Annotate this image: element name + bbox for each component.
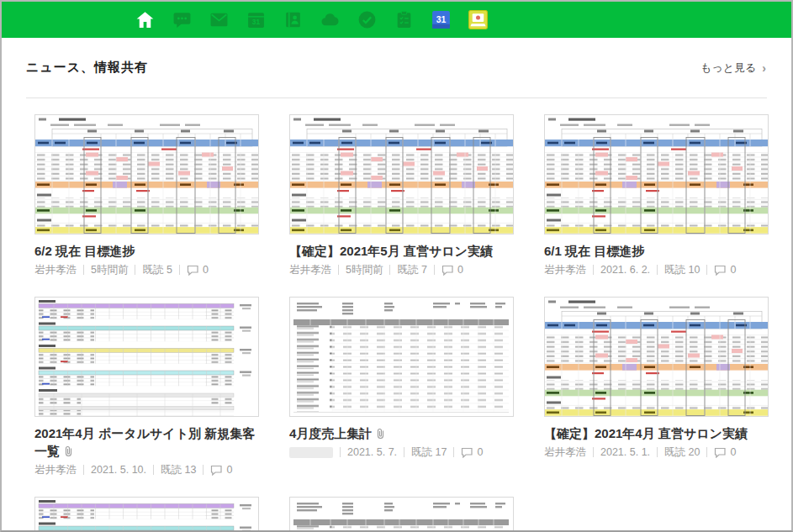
post-author: 岩井孝浩: [289, 263, 331, 277]
news-post-card[interactable]: 【確定】2021年5月 直営サロン実績 岩井孝浩 5時間前 既読 7 0: [289, 114, 514, 277]
nav-cloud[interactable]: [320, 9, 341, 30]
meta-separator: [706, 265, 707, 275]
post-thumbnail: [34, 497, 259, 532]
meta-separator: [179, 265, 180, 275]
mail-icon: [209, 9, 230, 30]
post-title[interactable]: 【確定】2021年4月 直営サロン実績: [544, 424, 769, 442]
post-title[interactable]: 4月度売上集計: [289, 424, 514, 442]
post-date: 2021. 6. 2.: [600, 264, 650, 276]
chat-icon: [172, 9, 193, 30]
google-calendar-icon: 31: [431, 9, 452, 30]
comment-count: 0: [457, 264, 463, 276]
post-title[interactable]: 【確定】2021年5月 直営サロン実績: [289, 242, 514, 260]
comment-icon: [714, 265, 727, 276]
post-author: 岩井孝浩: [34, 263, 77, 277]
comment-count: 0: [477, 446, 483, 458]
app-window: 31: [0, 0, 793, 532]
chevron-right-icon: ›: [762, 61, 766, 75]
post-comments: 0: [187, 264, 209, 276]
news-section-header: ニュース、情報共有 もっと見る ›: [2, 38, 791, 87]
news-post-card[interactable]: 2021年4月 ポータルサイト別 新規集客一覧 岩井孝浩 2021. 5. 10…: [34, 297, 259, 477]
post-comments: 0: [714, 264, 736, 276]
post-thumbnail: [544, 297, 769, 417]
news-post-grid: 6/2 現在 目標進捗 岩井孝浩 5時間前 既読 5 0 【確定】2021年5月…: [2, 98, 791, 532]
pc-monitor-icon: [468, 9, 489, 30]
post-date: 2021. 5. 10.: [91, 464, 146, 476]
nav-chat[interactable]: [172, 9, 193, 30]
post-author: 岩井孝浩: [544, 263, 586, 277]
post-meta: 岩井孝浩 2021. 6. 2. 既読 10 0: [544, 263, 769, 277]
post-read-count: 既読 17: [411, 445, 447, 460]
comment-count: 0: [203, 264, 209, 276]
post-date: 2021. 5. 1.: [600, 446, 650, 458]
meta-separator: [338, 265, 339, 275]
post-comments: 0: [441, 264, 463, 276]
post-author: 岩井孝浩: [544, 445, 586, 460]
post-comments: 0: [461, 446, 483, 458]
post-title[interactable]: 6/2 現在 目標進捗: [34, 242, 259, 260]
post-read-count: 既読 5: [142, 263, 172, 277]
post-date: 5時間前: [91, 263, 128, 277]
nav-contacts[interactable]: [283, 9, 304, 30]
comment-icon: [714, 447, 727, 458]
news-post-card[interactable]: [289, 497, 514, 532]
post-meta: 岩井孝浩 2021. 5. 10. 既読 13 0: [34, 463, 259, 477]
nav-pc-app[interactable]: [468, 9, 489, 30]
meta-separator: [657, 447, 658, 457]
nav-tasks[interactable]: [357, 9, 378, 30]
attachment-icon: [64, 445, 73, 457]
news-post-card[interactable]: 【確定】2021年4月 直営サロン実績 岩井孝浩 2021. 5. 1. 既読 …: [544, 297, 769, 460]
clipboard-icon: [394, 9, 415, 30]
comment-icon: [210, 465, 223, 476]
page-title: ニュース、情報共有: [26, 60, 148, 76]
nav-notes[interactable]: [394, 9, 415, 30]
post-read-count: 既読 13: [161, 463, 196, 477]
nav-calendar[interactable]: 31: [246, 9, 267, 30]
comment-icon: [441, 265, 454, 276]
post-meta: 岩井孝浩 2021. 5. 1. 既読 20 0: [544, 445, 769, 460]
meta-separator: [203, 465, 204, 475]
post-thumbnail: [34, 297, 259, 417]
nav-home[interactable]: [135, 9, 156, 30]
post-read-count: 既読 20: [664, 445, 700, 460]
meta-separator: [453, 447, 454, 457]
comment-count: 0: [226, 464, 232, 476]
news-post-card[interactable]: 6/1 現在 目標進捗 岩井孝浩 2021. 6. 2. 既読 10 0: [544, 114, 769, 277]
comment-icon: [187, 265, 199, 276]
post-title[interactable]: 6/1 現在 目標進捗: [544, 242, 769, 260]
meta-separator: [434, 265, 435, 275]
post-author-redacted: [289, 447, 333, 458]
see-more-label: もっと見る: [700, 61, 756, 76]
svg-text:31: 31: [252, 18, 261, 26]
post-meta: 岩井孝浩 5時間前 既読 7 0: [289, 263, 514, 277]
post-thumbnail: [544, 114, 769, 234]
meta-separator: [593, 265, 594, 275]
news-post-card[interactable]: 4月度売上集計 2021. 5. 7. 既読 17 0: [289, 297, 514, 460]
post-date: 5時間前: [346, 263, 383, 277]
post-comments: 0: [210, 464, 232, 476]
news-post-card[interactable]: 6/2 現在 目標進捗 岩井孝浩 5時間前 既読 5 0: [34, 114, 259, 277]
attachment-icon: [376, 428, 385, 440]
comment-count: 0: [730, 446, 736, 458]
meta-separator: [83, 465, 84, 475]
post-thumbnail: [34, 114, 259, 234]
meta-separator: [389, 265, 390, 275]
app-navbar: 31: [2, 2, 791, 38]
meta-separator: [83, 265, 84, 275]
meta-separator: [340, 447, 341, 457]
nav-mail[interactable]: [209, 9, 230, 30]
meta-separator: [706, 447, 707, 457]
post-thumbnail: [289, 497, 514, 532]
meta-separator: [135, 265, 135, 275]
post-comments: 0: [714, 446, 736, 458]
comment-icon: [461, 447, 473, 458]
see-more-link[interactable]: もっと見る ›: [700, 61, 766, 76]
news-post-card[interactable]: [34, 497, 259, 532]
post-meta: 岩井孝浩 5時間前 既読 5 0: [34, 263, 259, 277]
post-date: 2021. 5. 7.: [347, 446, 397, 458]
post-thumbnail: [289, 297, 514, 417]
post-title[interactable]: 2021年4月 ポータルサイト別 新規集客一覧: [34, 424, 259, 460]
nav-google-calendar[interactable]: 31: [431, 9, 452, 30]
post-meta: 2021. 5. 7. 既読 17 0: [289, 445, 514, 460]
post-read-count: 既読 7: [397, 263, 426, 277]
